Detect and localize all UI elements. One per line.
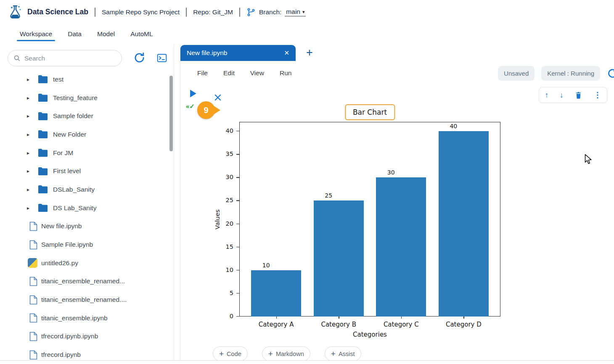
file-explorer-sidebar: ▸test▸Testing_feature▸Sample folder▸New … bbox=[0, 44, 174, 361]
y-tick-label: 15 bbox=[217, 243, 233, 250]
x-tick-mark bbox=[276, 317, 277, 319]
file-item[interactable]: New file.ipynb bbox=[0, 217, 168, 236]
notebook-file-icon bbox=[29, 295, 37, 305]
repo-name: Repo: Git_JM bbox=[193, 8, 233, 16]
folder-item[interactable]: ▸First level bbox=[0, 162, 168, 180]
expand-caret-icon[interactable]: ▸ bbox=[27, 132, 33, 137]
branch-selector[interactable]: main ▾ bbox=[285, 8, 306, 16]
add-assist-button[interactable]: +Assist bbox=[325, 346, 361, 361]
sidebar-scrollbar[interactable] bbox=[169, 76, 173, 151]
file-item[interactable]: Sample File.ipynb bbox=[0, 235, 168, 254]
refresh-files-icon[interactable] bbox=[133, 52, 146, 64]
expand-caret-icon[interactable]: ▸ bbox=[27, 187, 33, 193]
y-tick-mark bbox=[236, 316, 239, 317]
y-tick-label: 40 bbox=[217, 127, 233, 134]
search-input[interactable] bbox=[24, 55, 109, 62]
interrupt-kernel-icon[interactable] bbox=[214, 94, 222, 101]
folder-item[interactable]: ▸Testing_feature bbox=[0, 89, 168, 107]
menu-file[interactable]: File bbox=[197, 69, 208, 77]
folder-item[interactable]: ▸test bbox=[0, 70, 168, 89]
top-bar: Data Science Lab Sample Repo Sync Projec… bbox=[0, 0, 614, 24]
app-title: Data Science Lab bbox=[27, 8, 88, 16]
move-cell-down-button[interactable]: ↓ bbox=[560, 91, 564, 99]
y-tick-mark bbox=[236, 154, 239, 154]
bar-value-label: 25 bbox=[318, 192, 339, 199]
divider bbox=[239, 8, 240, 17]
search-box[interactable] bbox=[8, 50, 122, 66]
expand-caret-icon[interactable]: ▸ bbox=[27, 150, 33, 156]
nav-tab-data[interactable]: Data bbox=[68, 24, 82, 44]
x-tick-label: Category B bbox=[321, 321, 356, 328]
file-item[interactable]: untitled26.py bbox=[0, 254, 168, 272]
notebook-tab[interactable]: New file.ipynb ✕ bbox=[180, 45, 296, 61]
y-tick-mark bbox=[236, 131, 239, 131]
folder-item[interactable]: ▸DSLab_Sanity bbox=[0, 180, 168, 199]
expand-caret-icon[interactable]: ▸ bbox=[27, 76, 33, 82]
plus-icon: + bbox=[219, 350, 224, 358]
bar-value-label: 40 bbox=[443, 123, 463, 129]
folder-item[interactable]: ▸New Folder bbox=[0, 125, 168, 144]
file-item[interactable]: titanic_ensemble.ipynb bbox=[0, 309, 168, 327]
add-code-button[interactable]: +Code bbox=[213, 346, 248, 361]
x-axis-label: Categories bbox=[353, 331, 387, 338]
folder-icon bbox=[38, 112, 48, 121]
move-cell-up-button[interactable]: ↑ bbox=[545, 91, 548, 99]
new-tab-button[interactable]: + bbox=[303, 45, 316, 60]
file-item[interactable]: tfrecord.ipynb.ipynb bbox=[0, 327, 168, 346]
plus-icon: + bbox=[268, 350, 273, 358]
bar-value-label: 10 bbox=[256, 262, 276, 269]
file-label: titanic_ensemble_renamed.... bbox=[41, 296, 127, 303]
project-name: Sample Repo Sync Project bbox=[102, 8, 180, 16]
folder-item[interactable]: ▸Sample folder bbox=[0, 107, 168, 125]
restart-kernel-icon[interactable] bbox=[607, 68, 614, 79]
kernel-status-badge: Kernel : Running bbox=[541, 66, 600, 81]
file-label: titanic_ensemble_renamed... bbox=[41, 277, 125, 285]
branch-area: Branch: main ▾ bbox=[246, 8, 306, 17]
folder-icon bbox=[38, 167, 48, 176]
y-tick-mark bbox=[236, 270, 239, 270]
chart-bar bbox=[314, 200, 364, 317]
y-tick-label: 10 bbox=[217, 266, 233, 273]
plus-icon: + bbox=[331, 350, 336, 358]
cell-menu-button[interactable]: ⋮ bbox=[594, 91, 601, 99]
delete-cell-button[interactable] bbox=[574, 91, 582, 99]
file-tree: ▸test▸Testing_feature▸Sample folder▸New … bbox=[0, 70, 168, 361]
nav-tab-model[interactable]: Model bbox=[97, 24, 115, 44]
chart-bar bbox=[376, 177, 426, 317]
y-tick-label: 25 bbox=[217, 197, 233, 203]
y-tick-mark bbox=[236, 247, 239, 247]
close-tab-icon[interactable]: ✕ bbox=[284, 49, 289, 57]
status-area: Unsaved Kernel : Running bbox=[498, 66, 614, 81]
file-label: New file.ipynb bbox=[41, 222, 82, 230]
expand-caret-icon[interactable]: ▸ bbox=[27, 205, 33, 211]
success-check-icon: «✓ bbox=[186, 103, 195, 110]
file-label: For JM bbox=[53, 149, 73, 157]
menu-view[interactable]: View bbox=[250, 69, 264, 77]
editor-panel: New file.ipynb ✕ + FileEditViewRun Unsav… bbox=[180, 44, 614, 361]
folder-icon bbox=[38, 130, 48, 139]
add-cell-row: +Code+Markdown+Assist bbox=[213, 346, 361, 361]
file-item[interactable]: titanic_ensemble_renamed... bbox=[0, 272, 168, 291]
run-cell-button[interactable] bbox=[189, 89, 197, 98]
expand-caret-icon[interactable]: ▸ bbox=[27, 168, 33, 174]
notebook-file-icon bbox=[29, 222, 37, 231]
expand-caret-icon[interactable]: ▸ bbox=[27, 113, 33, 119]
file-label: untitled26.py bbox=[41, 259, 78, 267]
file-label: tfrecord.ipynb bbox=[41, 351, 81, 359]
menu-edit[interactable]: Edit bbox=[223, 69, 235, 77]
notebook-file-icon bbox=[29, 240, 37, 250]
nav-tab-automl[interactable]: AutoML bbox=[130, 24, 153, 44]
expand-caret-icon[interactable]: ▸ bbox=[27, 95, 33, 101]
y-tick-mark bbox=[236, 293, 239, 293]
file-item[interactable]: titanic_ensemble_renamed.... bbox=[0, 290, 168, 309]
terminal-icon[interactable] bbox=[156, 53, 168, 63]
nav-tab-workspace[interactable]: Workspace bbox=[20, 24, 52, 44]
cell-toolbar: ↑ ↓ ⋮ bbox=[539, 87, 607, 103]
menu-run[interactable]: Run bbox=[280, 69, 291, 77]
y-tick-label: 35 bbox=[217, 150, 233, 157]
file-item[interactable]: tfrecord.ipynb bbox=[0, 346, 168, 361]
folder-item[interactable]: ▸For JM bbox=[0, 144, 168, 162]
folder-item[interactable]: ▸DS Lab_Sanity bbox=[0, 199, 168, 217]
add-markdown-button[interactable]: +Markdown bbox=[262, 346, 310, 361]
y-tick-mark bbox=[236, 224, 239, 224]
